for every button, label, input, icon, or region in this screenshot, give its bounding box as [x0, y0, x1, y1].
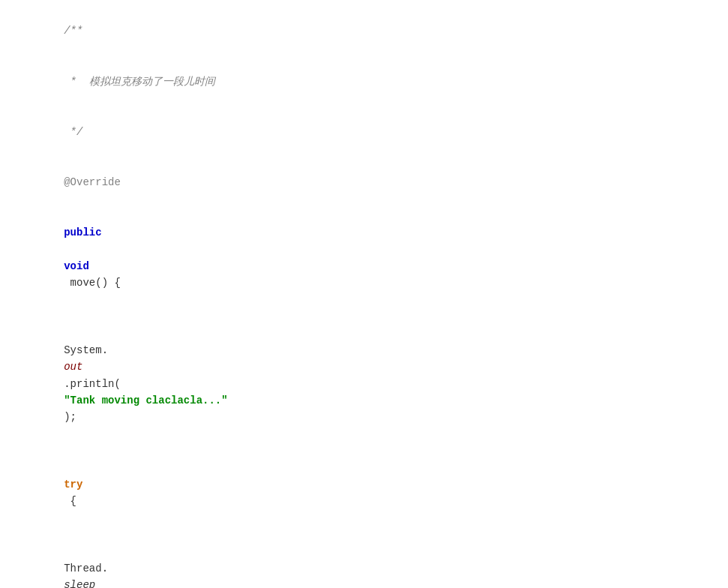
line-javadoc2: * 模拟坦克移动了一段儿时间 — [0, 56, 728, 106]
line-method-sig: public void move() { — [0, 208, 728, 308]
line-javadoc3: */ — [0, 106, 728, 157]
line-sysout1: System. out .println( "Tank moving clacl… — [0, 308, 728, 442]
line-try: try { — [0, 442, 728, 526]
code-editor: /** * 模拟坦克移动了一段儿时间 */ @Override public v… — [0, 0, 728, 588]
line-javadoc1: /** — [0, 6, 728, 56]
line-sleep: Thread. sleep ( new Random().nextInt( 10… — [0, 526, 728, 588]
line-override1: @Override — [0, 158, 728, 208]
code-area: /** * 模拟坦克移动了一段儿时间 */ @Override public v… — [0, 0, 728, 588]
